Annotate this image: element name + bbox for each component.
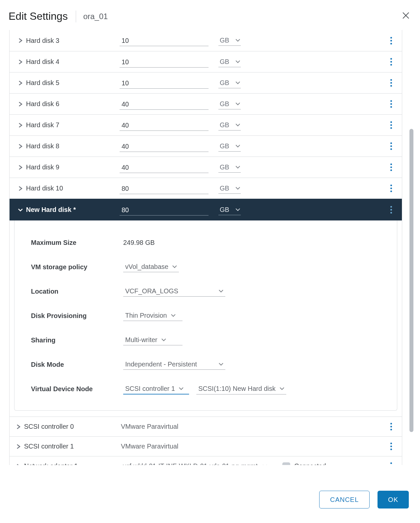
chevron-down-icon <box>161 336 166 344</box>
disk-mode-label: Disk Mode <box>31 361 123 368</box>
chevron-down-icon <box>236 79 240 87</box>
collapse-toggle[interactable] <box>17 208 24 212</box>
disk-label: Hard disk 6 <box>24 100 120 108</box>
disk-size-input[interactable] <box>120 99 209 110</box>
disk-unit-select[interactable]: GB <box>218 141 241 152</box>
controller-actions-menu[interactable] <box>387 422 395 431</box>
location-label: Location <box>31 288 123 295</box>
chevron-right-icon <box>18 123 23 128</box>
disk-size-input[interactable] <box>120 35 209 46</box>
disk-size-input[interactable] <box>120 162 209 173</box>
expand-toggle[interactable] <box>17 102 24 106</box>
disk-size-input[interactable] <box>120 183 209 194</box>
disk-row: Hard disk 7 GB <box>10 114 402 135</box>
expand-toggle[interactable] <box>15 424 22 429</box>
chevron-right-icon <box>16 424 21 429</box>
disk-mode-select[interactable]: Independent - Persistent <box>123 359 225 370</box>
disk-unit-select[interactable]: GB <box>218 120 241 131</box>
chevron-down-icon <box>219 361 223 368</box>
title-separator <box>76 11 76 22</box>
disk-row: Hard disk 9 GB <box>10 157 402 178</box>
disk-unit-select[interactable]: GB <box>218 162 241 173</box>
provisioning-label: Disk Provisioning <box>31 312 123 320</box>
chevron-right-icon <box>18 102 23 106</box>
vdn-slot-select[interactable]: SCSI(1:10) New Hard disk <box>196 384 286 394</box>
chevron-down-icon <box>219 287 223 295</box>
disk-actions-menu[interactable] <box>387 79 395 87</box>
scsi-controller-label: SCSI controller 1 <box>22 443 121 450</box>
dialog-footer: CANCEL OK <box>319 491 409 508</box>
expand-toggle[interactable] <box>17 165 24 170</box>
disk-actions-menu[interactable] <box>387 36 395 45</box>
disk-row: Hard disk 4 GB <box>10 51 402 72</box>
disk-actions-menu[interactable] <box>387 121 395 130</box>
disk-size-input[interactable] <box>120 77 209 89</box>
max-size-label: Maximum Size <box>31 239 123 247</box>
cancel-button[interactable]: CANCEL <box>319 491 370 508</box>
vdn-label: Virtual Device Node <box>31 385 123 393</box>
network-select[interactable]: vcf-wkld-01-IT-INF-WKLD-01-vds-01-pg-mgm… <box>121 461 269 465</box>
controller-actions-menu[interactable] <box>387 442 395 451</box>
scrollbar-thumb[interactable] <box>409 129 413 432</box>
scsi-controller-row: SCSI controller 1 VMware Paravirtual <box>10 436 402 456</box>
new-disk-unit-select[interactable]: GB <box>218 205 241 215</box>
chevron-down-icon <box>236 163 240 171</box>
max-size-value: 249.98 GB <box>123 239 155 247</box>
expand-toggle[interactable] <box>17 186 24 191</box>
sharing-select[interactable]: Multi-writer <box>123 335 182 345</box>
close-icon <box>402 12 409 19</box>
expand-toggle[interactable] <box>17 38 24 43</box>
chevron-down-icon <box>179 385 183 392</box>
expand-toggle[interactable] <box>17 81 24 85</box>
scrollbar-track[interactable] <box>409 30 415 465</box>
disk-unit-select[interactable]: GB <box>218 35 241 46</box>
disk-unit-select[interactable]: GB <box>218 78 241 88</box>
disk-label: Hard disk 7 <box>24 121 120 129</box>
disk-row: Hard disk 5 GB <box>10 72 402 93</box>
chevron-down-icon <box>18 208 23 212</box>
expand-toggle[interactable] <box>17 123 24 128</box>
expand-toggle[interactable] <box>15 444 22 449</box>
disk-actions-menu[interactable] <box>387 163 395 172</box>
sharing-label: Sharing <box>31 336 123 344</box>
disk-size-input[interactable] <box>120 56 209 68</box>
connected-checkbox[interactable] <box>282 462 290 465</box>
storage-policy-label: VM storage policy <box>31 263 123 271</box>
chevron-down-icon <box>236 206 240 214</box>
new-disk-size-input[interactable] <box>120 204 209 216</box>
provisioning-select[interactable]: Thin Provision <box>123 310 182 321</box>
disk-label: Hard disk 10 <box>24 185 120 192</box>
disk-size-input[interactable] <box>120 120 209 131</box>
expand-toggle[interactable] <box>17 60 24 64</box>
disk-actions-menu[interactable] <box>387 100 395 108</box>
network-actions-menu[interactable] <box>387 462 395 465</box>
scsi-controller-label: SCSI controller 0 <box>22 423 121 430</box>
disk-unit-select[interactable]: GB <box>218 57 241 67</box>
new-disk-details: Maximum Size 249.98 GB VM storage policy… <box>14 220 397 411</box>
storage-policy-select[interactable]: vVol_database <box>123 262 179 272</box>
scsi-controller-value: VMware Paravirtual <box>121 443 179 450</box>
disk-size-input[interactable] <box>120 141 209 152</box>
disk-unit-select[interactable]: GB <box>218 99 241 109</box>
disk-label: Hard disk 9 <box>24 163 120 171</box>
disk-unit-select[interactable]: GB <box>218 183 241 194</box>
disk-actions-menu[interactable] <box>387 142 395 151</box>
chevron-down-icon <box>236 142 240 150</box>
chevron-down-icon <box>236 100 240 108</box>
chevron-down-icon <box>236 37 240 44</box>
close-button[interactable] <box>400 10 411 23</box>
vdn-controller-select[interactable]: SCSI controller 1 <box>123 384 189 394</box>
disk-actions-menu[interactable] <box>387 58 395 66</box>
chevron-right-icon <box>18 38 23 43</box>
chevron-right-icon <box>18 81 23 85</box>
disk-actions-menu[interactable] <box>387 184 395 193</box>
location-select[interactable]: VCF_ORA_LOGS <box>123 286 225 297</box>
ok-button[interactable]: OK <box>378 491 409 508</box>
expand-toggle[interactable] <box>17 144 24 149</box>
chevron-down-icon <box>280 385 284 392</box>
expand-toggle[interactable] <box>15 464 22 465</box>
disk-row: Hard disk 8 GB <box>10 135 402 157</box>
new-disk-row: New Hard disk * GB <box>10 199 402 220</box>
new-disk-actions-menu[interactable] <box>387 206 395 214</box>
dialog-title: Edit Settings <box>9 10 68 22</box>
